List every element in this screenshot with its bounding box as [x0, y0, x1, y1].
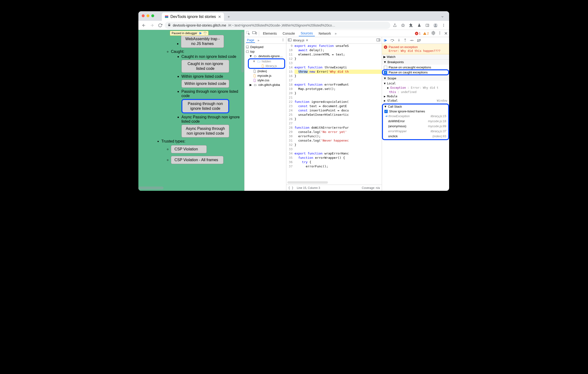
code-line[interactable]: 13	[286, 61, 382, 65]
code-line[interactable]: 23 const text = document.getE	[286, 104, 382, 108]
page-button[interactable]: Caught in non ignore listed code	[181, 60, 229, 73]
tree-folder-hidden[interactable]: ▼hidden	[248, 59, 285, 64]
labs-icon[interactable]	[416, 22, 423, 29]
code-line[interactable]: 31 console.log('Never happenec	[286, 139, 382, 143]
page-button[interactable]: Within ignore listed code	[181, 80, 229, 88]
code-line[interactable]: 15 throw new Error('Why did th	[286, 70, 382, 74]
address-bar[interactable]: devtools-ignore-list-stories.glitch.me/#…	[165, 22, 390, 29]
code-line[interactable]: 30 errorFunc();	[286, 134, 382, 139]
code-line[interactable]: 32}	[286, 143, 382, 147]
reload-button[interactable]	[157, 22, 164, 29]
code-line[interactable]: 18export function errorFromRunt	[286, 83, 382, 87]
step-over-icon[interactable]	[390, 39, 394, 42]
more-tabs-icon[interactable]: »	[335, 32, 336, 35]
watch-section[interactable]: ▶ Watch	[382, 54, 449, 60]
device-toggle-icon[interactable]	[252, 31, 257, 36]
tree-top[interactable]: top	[245, 49, 286, 54]
new-tab-button[interactable]: ＋	[225, 13, 232, 20]
extensions-icon[interactable]	[408, 22, 415, 29]
code-line[interactable]: 24 const insertionPoint = docu	[286, 108, 382, 113]
code-line[interactable]: 25 unsafeSetInnerHtml(insertic	[286, 113, 382, 117]
browser-tab[interactable]: DevTools ignore list stories ✕	[162, 13, 224, 21]
tab-elements[interactable]: Elements	[261, 31, 279, 36]
menu-icon[interactable]	[440, 22, 447, 29]
call-stack-frame[interactable]: onclick(index):83	[382, 134, 449, 139]
code-line[interactable]: 14export function throwExcepti	[286, 65, 382, 70]
close-file-icon[interactable]: ✕	[306, 39, 308, 42]
code-line[interactable]: 29 console.log('No error yet'	[286, 130, 382, 134]
show-ignore-listed-checkbox[interactable]: ✓Show ignore-listed frames	[382, 109, 449, 114]
pause-caught-checkbox[interactable]: ✓Pause on caught exceptions	[382, 70, 449, 75]
code-line[interactable]: 35 function errorWrapper() {	[286, 156, 382, 160]
tree-domain[interactable]: ▼devtools-ignore…	[245, 54, 286, 58]
pause-uncaught-checkbox[interactable]: Pause on uncaught exceptions	[382, 65, 449, 70]
back-button[interactable]	[140, 22, 147, 29]
scope-local[interactable]: ▼ Local	[382, 81, 449, 85]
code-line[interactable]: 36 try {	[286, 160, 382, 164]
error-count[interactable]: ✕1	[415, 32, 421, 35]
step-icon[interactable]	[410, 39, 414, 42]
code-line[interactable]: 34export function wrapErrorHanc	[286, 151, 382, 156]
editor-filename[interactable]: library.js	[293, 39, 304, 42]
code-line[interactable]: 33	[286, 147, 382, 151]
warning-count[interactable]: 2	[423, 32, 429, 35]
call-stack-frame[interactable]: (anonymous)mycode.js:89	[382, 124, 449, 129]
page-button[interactable]: CSP Violation	[171, 145, 207, 153]
code-line[interactable]: 22function ignoredcspviolation(	[286, 100, 382, 104]
code-line[interactable]: 17	[286, 78, 382, 83]
tree-deployed[interactable]: Deployed	[245, 45, 286, 49]
tabs-menu-icon[interactable]	[439, 13, 446, 20]
step-out-icon[interactable]	[403, 39, 407, 42]
tab-console[interactable]: Console	[281, 31, 297, 36]
resume-icon[interactable]	[199, 32, 202, 35]
settings-icon[interactable]	[431, 31, 435, 36]
code-line[interactable]: 28function doWithError(errorFur	[286, 126, 382, 130]
close-tab-icon[interactable]: ✕	[218, 15, 221, 19]
step-over-icon[interactable]	[203, 32, 207, 35]
profile-icon[interactable]	[432, 22, 439, 29]
pretty-print-icon[interactable]: { }	[288, 186, 294, 190]
page-scrollbar[interactable]	[242, 32, 244, 73]
close-window-icon[interactable]	[142, 14, 145, 17]
tab-network[interactable]: Network	[317, 31, 333, 36]
call-stack-frame[interactable]: doWithErrormycode.js:18	[382, 119, 449, 124]
scope-global[interactable]: ▶ GlobalWindow	[382, 98, 449, 103]
tree-cdn[interactable]: ▶cdn.glitch.globa	[245, 83, 286, 87]
navigator-tab-page[interactable]: Page	[246, 38, 255, 43]
code-line[interactable]: 20}	[286, 91, 382, 96]
code-line[interactable]: 11 element.innerHTML = text;	[286, 52, 382, 57]
devtools-menu-icon[interactable]	[438, 31, 442, 36]
deactivate-breakpoints-icon[interactable]	[417, 39, 421, 42]
code-line[interactable]: 19 Map.prototype.set();	[286, 87, 382, 91]
page-button[interactable]: Async Passing through non ignore listed …	[181, 125, 229, 138]
toggle-navigator-icon[interactable]	[288, 38, 292, 42]
code-line[interactable]: 37 errorFunc();	[286, 164, 382, 169]
code-line[interactable]: 12}	[286, 57, 382, 61]
code-line[interactable]: 10 await delay();	[286, 48, 382, 52]
code-line[interactable]: 16}	[286, 74, 382, 78]
tree-file-mycode[interactable]: mycode.js	[245, 74, 286, 78]
step-into-icon[interactable]	[397, 39, 401, 42]
share-icon[interactable]	[391, 22, 399, 29]
code-area[interactable]: 9export async function unsafeS10 await d…	[286, 44, 382, 185]
minimize-window-icon[interactable]	[147, 14, 149, 17]
page-h-scrollbar[interactable]	[138, 187, 164, 189]
tree-file-stylecss[interactable]: style.css	[245, 78, 286, 83]
page-button[interactable]: CSP Violation - All frames	[171, 156, 223, 164]
close-devtools-icon[interactable]: ✕	[444, 31, 448, 36]
bookmark-icon[interactable]	[399, 22, 407, 29]
code-line[interactable]: 9export async function unsafeS	[286, 44, 382, 48]
tab-sources[interactable]: Sources	[299, 30, 315, 36]
call-stack-frame[interactable]: ➔throwExceptionlibrary.js:15	[382, 114, 449, 119]
inspect-icon[interactable]	[246, 31, 250, 36]
tree-file-libraryjs[interactable]: library.js	[248, 64, 285, 68]
code-line[interactable]: 26}	[286, 117, 382, 121]
editor-h-scrollbar[interactable]	[287, 181, 328, 184]
navigator-menu-icon[interactable]	[281, 38, 285, 42]
more-nav-tabs-icon[interactable]: »	[257, 39, 259, 42]
sidepanel-icon[interactable]	[424, 22, 431, 29]
resume-script-icon[interactable]	[383, 39, 387, 42]
scope-exception[interactable]: ▶ Exception: Error: Why did t	[382, 85, 449, 90]
toggle-debugger-icon[interactable]	[377, 38, 380, 42]
page-button[interactable]: WebAssembly trap - no JS frames	[181, 35, 224, 48]
